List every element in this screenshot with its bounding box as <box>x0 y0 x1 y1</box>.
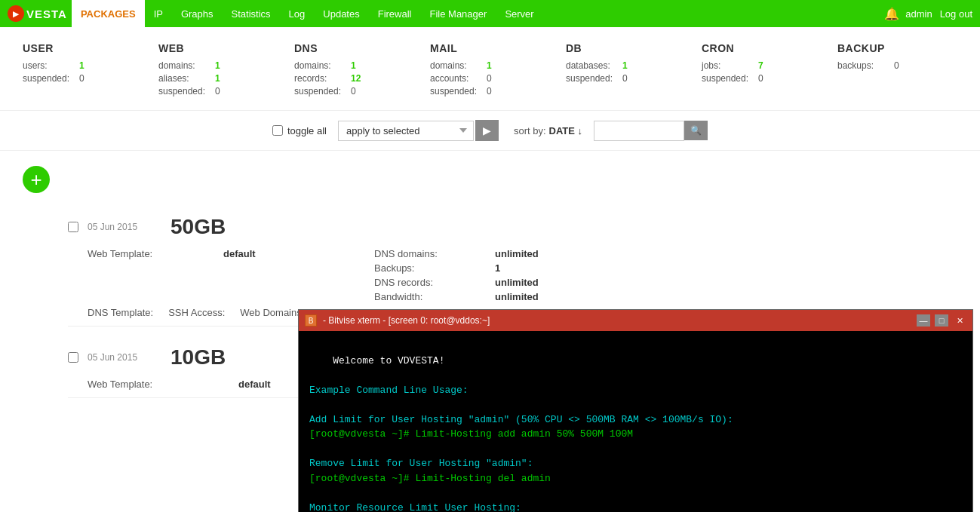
stat-cron-suspended-label: suspended: <box>702 73 758 84</box>
stat-web-aliases-row: aliases: 1 <box>158 73 257 84</box>
toggle-all-label[interactable]: toggle all <box>287 125 327 136</box>
stat-dns-suspended-value: 0 <box>351 86 356 97</box>
nav-updates[interactable]: Updates <box>314 0 368 27</box>
stat-web-aliases-value[interactable]: 1 <box>215 73 220 84</box>
terminal-close-button[interactable]: ✕ <box>953 314 966 327</box>
package-checkbox-10gb[interactable] <box>68 352 78 363</box>
nav-log[interactable]: Log <box>280 0 315 27</box>
nav-ip[interactable]: IP <box>145 0 172 27</box>
dns-domains-value: unlimited <box>495 248 646 259</box>
dns-template-label: DNS Template: <box>88 307 153 318</box>
stat-cron-suspended-value: 0 <box>758 73 763 84</box>
term-line-1: Welcome to VDVESTA! <box>309 354 962 369</box>
stat-mail-suspended-row: suspended: 0 <box>430 86 528 97</box>
stat-cron-jobs-value[interactable]: 7 <box>758 60 763 71</box>
stat-dns-suspended-label: suspended: <box>294 86 351 97</box>
stat-users-value[interactable]: 1 <box>79 60 84 71</box>
nav-server[interactable]: Server <box>496 0 542 27</box>
apply-to-selected-dropdown[interactable]: apply to selected <box>338 121 474 141</box>
stat-cron-suspended-row: suspended: 0 <box>702 73 800 84</box>
stats-backup: BACKUP backups: 0 <box>837 42 935 99</box>
stat-backup-backups-label: backups: <box>837 60 894 71</box>
stat-dns-records-value[interactable]: 12 <box>351 73 361 84</box>
search-button[interactable]: 🔍 <box>684 121 708 140</box>
web-template-label: Web Template: <box>88 248 223 259</box>
apply-button[interactable]: ▶ <box>475 120 499 141</box>
stat-db-suspended-label: suspended: <box>566 73 622 84</box>
stat-mail-suspended-value: 0 <box>487 86 492 97</box>
terminal-titlebar: B - Bitvise xterm - [screen 0: root@vddo… <box>299 310 972 331</box>
add-package-button[interactable]: + <box>23 166 50 193</box>
stat-cron-jobs-row: jobs: 7 <box>702 60 800 71</box>
nav-statistics[interactable]: Statistics <box>223 0 280 27</box>
backups-value: 1 <box>495 262 646 274</box>
toolbar: toggle all apply to selected ▶ sort by: … <box>0 111 980 151</box>
toggle-all-checkbox[interactable] <box>272 125 283 136</box>
package-name-50gb[interactable]: 50GB <box>171 215 226 239</box>
terminal-body: Welcome to VDVESTA! Example Command Line… <box>299 331 972 406</box>
stat-dns-records-label: records: <box>294 73 351 84</box>
stat-mail-domains-row: domains: 1 <box>430 60 528 71</box>
nav-graphs[interactable]: Graphs <box>172 0 223 27</box>
stat-users-label: users: <box>23 60 79 71</box>
stat-mail-suspended-label: suspended: <box>430 86 487 97</box>
logo-text: VESTA <box>26 8 67 20</box>
stats-mail: MAIL domains: 1 accounts: 0 suspended: 0 <box>430 42 528 99</box>
package-name-10gb[interactable]: 10GB <box>171 345 226 369</box>
nav-firewall[interactable]: Firewall <box>369 0 421 27</box>
terminal-controls: — □ ✕ <box>917 314 966 327</box>
nav-packages[interactable]: PACKAGES <box>72 0 145 27</box>
logo: ▶ VESTA <box>8 5 67 22</box>
package-checkbox-50gb[interactable] <box>68 222 78 232</box>
nav-file-manager[interactable]: File Manager <box>421 0 496 27</box>
dns-domains-label: DNS domains: <box>374 248 495 259</box>
stat-mail-accounts-value: 0 <box>487 73 492 84</box>
admin-link[interactable]: admin <box>905 8 932 20</box>
web-template-value: default <box>223 248 374 259</box>
stat-db-databases-row: databases: 1 <box>566 60 664 71</box>
stats-dns-title: DNS <box>294 42 392 54</box>
sort-value[interactable]: DATE ↓ <box>549 125 583 136</box>
stats-backup-title: BACKUP <box>837 42 935 54</box>
stats-web: WEB domains: 1 aliases: 1 suspended: 0 <box>158 42 257 99</box>
terminal-window: B - Bitvise xterm - [screen 0: root@vddo… <box>298 309 973 406</box>
stats-section: USER users: 1 suspended: 0 WEB domains: … <box>0 27 980 111</box>
stat-users-row: users: 1 <box>23 60 121 71</box>
package-details-50gb: Web Template: default DNS domains: unlim… <box>88 248 957 302</box>
stat-dns-suspended-row: suspended: 0 <box>294 86 392 97</box>
stat-mail-accounts-label: accounts: <box>430 73 487 84</box>
sort-by-label: sort by: <box>514 125 546 136</box>
stat-db-databases-value[interactable]: 1 <box>622 60 628 71</box>
ssh-access-label: SSH Access: <box>168 307 225 318</box>
web-template-label-10gb: Web Template: <box>88 379 238 390</box>
terminal-app-icon: B <box>305 314 317 327</box>
bell-icon[interactable]: 🔔 <box>884 7 899 21</box>
term-line-0 <box>309 339 962 354</box>
stats-cron: CRON jobs: 7 suspended: 0 <box>702 42 800 99</box>
stat-dns-domains-value[interactable]: 1 <box>351 60 356 71</box>
stats-cron-title: CRON <box>702 42 800 54</box>
stat-mail-accounts-row: accounts: 0 <box>430 73 528 84</box>
stat-web-aliases-label: aliases: <box>158 73 215 84</box>
logout-link[interactable]: Log out <box>940 8 972 20</box>
terminal-restore-button[interactable]: □ <box>935 314 948 327</box>
backups-label: Backups: <box>374 262 495 274</box>
terminal-title: - Bitvise xterm - [screen 0: root@vddos:… <box>323 315 917 326</box>
package-date-10gb: 05 Jun 2015 <box>88 352 155 363</box>
terminal-minimize-button[interactable]: — <box>917 314 930 327</box>
dns-records-value: unlimited <box>495 277 646 288</box>
package-date-50gb: 05 Jun 2015 <box>88 222 155 232</box>
stat-users-suspended-value: 0 <box>79 73 84 84</box>
stat-db-databases-label: databases: <box>566 60 622 71</box>
stat-dns-records-row: records: 12 <box>294 73 392 84</box>
stat-backup-backups-value: 0 <box>894 60 899 71</box>
web-domains-label: Web Domains: <box>240 307 304 318</box>
search-input[interactable] <box>594 121 684 141</box>
package-item-50gb: 05 Jun 2015 50GB Web Template: default D… <box>68 204 957 327</box>
stat-web-domains-label: domains: <box>158 60 215 71</box>
term-line-3: Example Command Line Usage: <box>309 383 962 398</box>
stat-web-domains-value[interactable]: 1 <box>215 60 220 71</box>
stat-mail-domains-value[interactable]: 1 <box>487 60 492 71</box>
stats-dns: DNS domains: 1 records: 12 suspended: 0 <box>294 42 392 99</box>
stat-mail-domains-label: domains: <box>430 60 487 71</box>
